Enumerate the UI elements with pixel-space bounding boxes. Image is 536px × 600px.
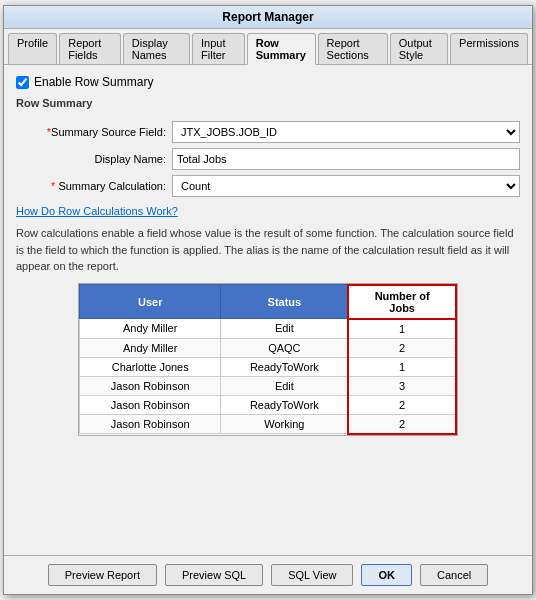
cell-count: 2 (348, 395, 456, 414)
col-header-status: Status (221, 285, 348, 319)
cell-user: Jason Robinson (80, 414, 221, 434)
tab-row-summary[interactable]: Row Summary (247, 33, 316, 65)
sql-view-button[interactable]: SQL View (271, 564, 353, 586)
form-group: *Summary Source Field: JTX_JOBS.JOB_ID D… (16, 121, 520, 197)
enable-row-summary-checkbox[interactable] (16, 76, 29, 89)
summary-source-field-row: *Summary Source Field: JTX_JOBS.JOB_ID (16, 121, 520, 143)
tabs-bar: Profile Report Fields Display Names Inpu… (4, 29, 532, 65)
cell-count: 1 (348, 319, 456, 339)
tab-profile[interactable]: Profile (8, 33, 57, 64)
title-text: Report Manager (222, 10, 313, 24)
cell-user: Jason Robinson (80, 395, 221, 414)
table-row: Jason RobinsonEdit3 (80, 376, 457, 395)
cell-count: 2 (348, 338, 456, 357)
cell-status: QAQC (221, 338, 348, 357)
data-table-container: User Status Number ofJobs Andy MillerEdi… (78, 283, 458, 436)
ok-button[interactable]: OK (361, 564, 412, 586)
summary-calculation-row: * Summary Calculation: Count Sum Average… (16, 175, 520, 197)
cell-status: Edit (221, 319, 348, 339)
col-header-count: Number ofJobs (348, 285, 456, 319)
cell-user: Andy Miller (80, 319, 221, 339)
data-table: User Status Number ofJobs Andy MillerEdi… (79, 284, 457, 435)
table-row: Jason RobinsonReadyToWork2 (80, 395, 457, 414)
col-header-user: User (80, 285, 221, 319)
tab-output-style[interactable]: Output Style (390, 33, 448, 64)
summary-calculation-label: * Summary Calculation: (16, 180, 166, 192)
summary-calculation-select[interactable]: Count Sum Average Min Max (172, 175, 520, 197)
cell-count: 3 (348, 376, 456, 395)
main-content: Enable Row Summary Row Summary *Summary … (4, 65, 532, 555)
report-manager-window: Report Manager Profile Report Fields Dis… (3, 5, 533, 595)
cell-user: Jason Robinson (80, 376, 221, 395)
table-row: Andy MillerEdit1 (80, 319, 457, 339)
tab-display-names[interactable]: Display Names (123, 33, 190, 64)
cell-status: Working (221, 414, 348, 434)
cell-status: Edit (221, 376, 348, 395)
enable-row-summary-label: Enable Row Summary (34, 75, 153, 89)
cell-user: Andy Miller (80, 338, 221, 357)
display-name-label: Display Name: (16, 153, 166, 165)
tab-report-sections[interactable]: Report Sections (318, 33, 388, 64)
table-row: Charlotte JonesReadyToWork1 (80, 357, 457, 376)
preview-report-button[interactable]: Preview Report (48, 564, 157, 586)
description-text: Row calculations enable a field whose va… (16, 225, 520, 275)
display-name-row: Display Name: (16, 148, 520, 170)
cell-user: Charlotte Jones (80, 357, 221, 376)
cancel-button[interactable]: Cancel (420, 564, 488, 586)
enable-row-summary-row: Enable Row Summary (16, 75, 520, 89)
table-row: Jason RobinsonWorking2 (80, 414, 457, 434)
tab-input-filter[interactable]: Input Filter (192, 33, 245, 64)
title-bar: Report Manager (4, 6, 532, 29)
help-link[interactable]: How Do Row Calculations Work? (16, 205, 520, 217)
summary-source-field-label: *Summary Source Field: (16, 126, 166, 138)
footer: Preview Report Preview SQL SQL View OK C… (4, 555, 532, 594)
row-summary-section-label: Row Summary (16, 97, 520, 109)
cell-status: ReadyToWork (221, 357, 348, 376)
cell-count: 2 (348, 414, 456, 434)
table-row: Andy MillerQAQC2 (80, 338, 457, 357)
preview-sql-button[interactable]: Preview SQL (165, 564, 263, 586)
tab-report-fields[interactable]: Report Fields (59, 33, 121, 64)
summary-source-field-select[interactable]: JTX_JOBS.JOB_ID (172, 121, 520, 143)
display-name-input[interactable] (172, 148, 520, 170)
cell-count: 1 (348, 357, 456, 376)
tab-permissions[interactable]: Permissions (450, 33, 528, 64)
cell-status: ReadyToWork (221, 395, 348, 414)
